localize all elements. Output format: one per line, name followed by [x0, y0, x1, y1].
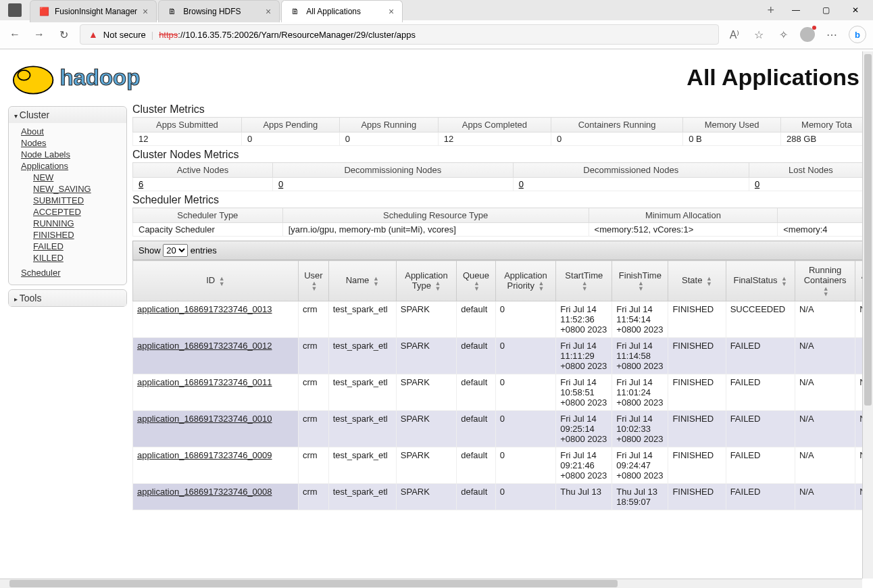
- metric-header: Active Nodes: [133, 163, 273, 178]
- cell-state: FINISHED: [668, 447, 726, 483]
- sidebar-item-node-labels[interactable]: Node Labels: [21, 149, 122, 160]
- cell-finish: Fri Jul 14 11:54:14 +0800 2023: [612, 301, 668, 337]
- metric-value: 6: [133, 178, 273, 191]
- browser-tab-0[interactable]: 🟥FusionInsight Manager×: [30, 0, 157, 22]
- table-row: application_1686917323746_0010crmtest_sp…: [133, 410, 873, 447]
- tab-title: All Applications: [306, 7, 383, 16]
- entries-select[interactable]: 20: [163, 244, 188, 257]
- cell-id: application_1686917323746_0009: [133, 447, 299, 483]
- sidebar-subitem-submitted[interactable]: SUBMITTED: [33, 195, 122, 206]
- sidebar-subitem-new_saving[interactable]: NEW_SAVING: [33, 183, 122, 195]
- sidebar-subitem-killed[interactable]: KILLED: [33, 252, 122, 264]
- window-controls: — ▢ ✕: [781, 0, 870, 20]
- favorite-icon[interactable]: ☆: [751, 27, 766, 42]
- new-tab-button[interactable]: +: [760, 0, 781, 22]
- apps-header-1[interactable]: User ▲▼: [299, 261, 329, 301]
- bing-icon[interactable]: b: [849, 26, 866, 43]
- cell-start: Fri Jul 14 11:11:29 +0800 2023: [556, 337, 612, 374]
- extension-icon[interactable]: ✧: [776, 27, 791, 42]
- sort-icon: ▲▼: [706, 276, 712, 287]
- browser-tab-1[interactable]: 🗎Browsing HDFS×: [158, 0, 280, 22]
- apps-header-9[interactable]: FinalStatus ▲▼: [726, 261, 795, 301]
- sidebar-cluster-title[interactable]: Cluster: [9, 107, 126, 123]
- app-id-link[interactable]: application_1686917323746_0011: [137, 377, 272, 387]
- metric-header: Memory Tota: [781, 118, 873, 132]
- sidebar-item-nodes[interactable]: Nodes: [21, 137, 122, 149]
- horizontal-scrollbar[interactable]: [0, 579, 862, 586]
- apps-header-7[interactable]: FinishTime ▲▼: [612, 261, 668, 301]
- cell-start: Fri Jul 14 11:52:36 +0800 2023: [556, 301, 612, 337]
- metric-value: Capacity Scheduler: [133, 223, 283, 237]
- metric-link[interactable]: 0: [519, 179, 524, 189]
- metric-link[interactable]: 6: [139, 179, 143, 189]
- minimize-button[interactable]: —: [781, 0, 811, 20]
- tab-title: Browsing HDFS: [183, 7, 260, 16]
- table-row: application_1686917323746_0008crmtest_sp…: [133, 483, 873, 510]
- sidebar-item-about[interactable]: About: [21, 126, 122, 137]
- forward-button[interactable]: →: [31, 26, 47, 43]
- cell-start: Fri Jul 14 09:21:46 +0800 2023: [556, 447, 612, 483]
- metric-link[interactable]: 0: [755, 179, 759, 189]
- cell-rc: N/A: [795, 301, 855, 337]
- cell-prio: 0: [495, 447, 555, 483]
- cell-id: application_1686917323746_0012: [133, 337, 299, 374]
- cell-finish: Fri Jul 14 10:02:33 +0800 2023: [612, 410, 668, 447]
- metric-value: 0: [551, 132, 683, 146]
- sidebar-subitem-running[interactable]: RUNNING: [33, 218, 122, 229]
- more-menu-icon[interactable]: ⋯: [824, 27, 839, 42]
- cell-state: FINISHED: [668, 410, 726, 447]
- sidebar-item-applications[interactable]: Applications: [21, 160, 122, 172]
- apps-header-8[interactable]: State ▲▼: [668, 261, 726, 301]
- profile-avatar-icon[interactable]: [800, 27, 815, 42]
- tab-close-icon[interactable]: ×: [389, 6, 394, 17]
- apps-header-3[interactable]: Application Type ▲▼: [396, 261, 456, 301]
- sidebar-subitem-finished[interactable]: FINISHED: [33, 229, 122, 241]
- app-id-link[interactable]: application_1686917323746_0008: [137, 487, 272, 497]
- apps-header-10[interactable]: Running Containers ▲▼: [795, 261, 855, 301]
- sidebar-subitem-accepted[interactable]: ACCEPTED: [33, 206, 122, 218]
- sidebar-subitem-failed[interactable]: FAILED: [33, 241, 122, 252]
- read-aloud-icon[interactable]: A⁾: [727, 27, 742, 42]
- cell-id: application_1686917323746_0013: [133, 301, 299, 337]
- browser-tab-2[interactable]: 🗎All Applications×: [281, 0, 403, 22]
- not-secure-label: Not secure: [103, 30, 146, 40]
- metric-link[interactable]: 0: [278, 179, 283, 189]
- cell-finish: Thu Jul 13 18:59:07: [612, 483, 668, 510]
- maximize-button[interactable]: ▢: [811, 0, 841, 20]
- apps-header-2[interactable]: Name ▲▼: [328, 261, 396, 301]
- apps-header-6[interactable]: StartTime ▲▼: [556, 261, 612, 301]
- table-row: application_1686917323746_0009crmtest_sp…: [133, 447, 873, 483]
- sidebar-item-scheduler[interactable]: Scheduler: [21, 264, 122, 279]
- url-bar[interactable]: ▲ Not secure | https://10.16.35.75:20026…: [80, 24, 719, 45]
- svg-point-0: [14, 66, 53, 93]
- back-button[interactable]: ←: [7, 26, 23, 43]
- apps-header-5[interactable]: Application Priority ▲▼: [495, 261, 555, 301]
- metric-value: <memory:512, vCores:1>: [589, 223, 778, 237]
- metric-value: 0: [749, 178, 872, 191]
- apps-header-0[interactable]: ID ▲▼: [133, 261, 299, 301]
- reload-button[interactable]: ↻: [55, 26, 72, 43]
- sidebar-tools-title[interactable]: Tools: [9, 290, 126, 306]
- entries-bar: Show 20 entries: [132, 241, 873, 260]
- sidebar-subitem-new[interactable]: NEW: [33, 172, 122, 183]
- close-window-button[interactable]: ✕: [841, 0, 870, 20]
- app-id-link[interactable]: application_1686917323746_0012: [137, 341, 272, 351]
- cell-type: SPARK: [396, 374, 456, 410]
- app-id-link[interactable]: application_1686917323746_0010: [137, 414, 272, 424]
- app-id-link[interactable]: application_1686917323746_0009: [137, 450, 272, 460]
- vertical-scrollbar[interactable]: [862, 51, 873, 579]
- metric-header: Apps Running: [339, 118, 438, 132]
- apps-header-4[interactable]: Queue ▲▼: [457, 261, 496, 301]
- cell-queue: default: [457, 301, 496, 337]
- cell-user: crm: [299, 483, 329, 510]
- cell-rc: N/A: [795, 374, 855, 410]
- browser-chrome: 🟥FusionInsight Manager×🗎Browsing HDFS×🗎A…: [0, 0, 873, 49]
- app-id-link[interactable]: application_1686917323746_0013: [137, 304, 272, 314]
- cell-start: Fri Jul 14 09:25:14 +0800 2023: [556, 410, 612, 447]
- metric-header: Scheduler Type: [133, 208, 283, 223]
- scheduler-metrics-heading: Scheduler Metrics: [132, 194, 873, 206]
- cell-queue: default: [457, 483, 496, 510]
- tab-close-icon[interactable]: ×: [143, 6, 148, 17]
- tab-close-icon[interactable]: ×: [266, 6, 271, 17]
- sort-icon: ▲▼: [638, 280, 644, 291]
